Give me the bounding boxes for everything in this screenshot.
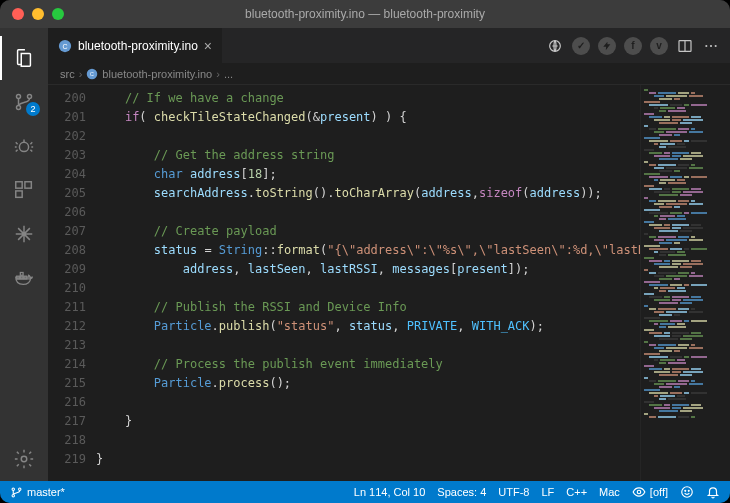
window-close-button[interactable] — [12, 8, 24, 20]
function-button[interactable]: f — [624, 37, 642, 55]
cpp-file-icon: C — [86, 68, 98, 80]
activity-particle[interactable] — [0, 212, 48, 256]
scm-badge: 2 — [26, 102, 40, 116]
editor-actions: ✓ f v — [546, 28, 730, 63]
status-notifications[interactable] — [706, 485, 720, 499]
variable-button[interactable]: v — [650, 37, 668, 55]
window-minimize-button[interactable] — [32, 8, 44, 20]
activity-debug[interactable] — [0, 124, 48, 168]
browse-icon[interactable] — [546, 37, 564, 55]
svg-point-18 — [710, 44, 712, 46]
svg-rect-5 — [25, 182, 31, 188]
files-icon — [13, 47, 35, 69]
activity-scm[interactable]: 2 — [0, 80, 48, 124]
extensions-icon — [13, 179, 35, 201]
svg-text:C: C — [62, 42, 67, 49]
gear-icon — [13, 448, 35, 470]
status-platform[interactable]: Mac — [599, 486, 620, 498]
status-feedback[interactable] — [680, 485, 694, 499]
svg-rect-4 — [16, 182, 22, 188]
branch-icon — [10, 486, 23, 499]
svg-rect-10 — [20, 273, 23, 276]
svg-point-3 — [19, 142, 28, 151]
split-editor-icon[interactable] — [676, 37, 694, 55]
status-eol[interactable]: LF — [541, 486, 554, 498]
status-encoding[interactable]: UTF-8 — [498, 486, 529, 498]
cpp-file-icon: C — [58, 39, 72, 53]
status-branch[interactable]: master* — [10, 486, 65, 499]
smiley-icon — [680, 485, 694, 499]
more-icon[interactable] — [702, 37, 720, 55]
svg-point-24 — [19, 488, 21, 490]
bug-icon — [13, 135, 35, 157]
eye-icon — [632, 485, 646, 499]
tab-close-icon[interactable]: × — [204, 38, 212, 54]
svg-point-27 — [685, 490, 686, 491]
svg-point-26 — [682, 487, 693, 498]
flash-button[interactable] — [598, 37, 616, 55]
svg-point-28 — [688, 490, 689, 491]
status-lang[interactable]: C++ — [566, 486, 587, 498]
svg-point-19 — [715, 44, 717, 46]
minimap[interactable] — [640, 85, 730, 481]
star-icon — [13, 223, 35, 245]
svg-point-25 — [637, 490, 641, 494]
breadcrumb-bar[interactable]: src › C bluetooth-proximity.ino › ... — [48, 63, 730, 85]
window-title: bluetooth-proximity.ino — bluetooth-prox… — [245, 7, 485, 21]
svg-point-17 — [705, 44, 707, 46]
titlebar: bluetooth-proximity.ino — bluetooth-prox… — [0, 0, 730, 28]
svg-text:C: C — [90, 71, 94, 77]
breadcrumb-file[interactable]: bluetooth-proximity.ino — [102, 68, 212, 80]
editor-tab[interactable]: C bluetooth-proximity.ino × — [48, 28, 223, 63]
verify-button[interactable]: ✓ — [572, 37, 590, 55]
breadcrumb-folder[interactable]: src — [60, 68, 75, 80]
svg-point-11 — [21, 456, 27, 462]
tab-filename: bluetooth-proximity.ino — [78, 39, 198, 53]
activity-bar: 2 — [0, 28, 48, 481]
status-bar: master* Ln 114, Col 10 Spaces: 4 UTF-8 L… — [0, 481, 730, 503]
activity-explorer[interactable] — [0, 36, 48, 80]
tab-bar: C bluetooth-proximity.ino × ✓ f v — [48, 28, 730, 63]
code-editor[interactable]: // If we have a change if( checkTileStat… — [96, 85, 640, 481]
activity-settings[interactable] — [0, 437, 48, 481]
docker-icon — [13, 267, 35, 289]
svg-point-23 — [12, 494, 14, 496]
svg-point-2 — [27, 94, 31, 98]
chevron-right-icon: › — [79, 68, 83, 80]
svg-point-1 — [16, 105, 20, 109]
status-spaces[interactable]: Spaces: 4 — [437, 486, 486, 498]
bell-icon — [706, 485, 720, 499]
activity-extensions[interactable] — [0, 168, 48, 212]
breadcrumb-symbol[interactable]: ... — [224, 68, 233, 80]
chevron-right-icon: › — [216, 68, 220, 80]
svg-point-22 — [12, 488, 14, 490]
svg-rect-6 — [16, 191, 22, 197]
status-lncol[interactable]: Ln 114, Col 10 — [354, 486, 426, 498]
svg-point-0 — [16, 94, 20, 98]
activity-docker[interactable] — [0, 256, 48, 300]
line-gutter: 200 201 202 203 204 205 206 207 208 209 … — [48, 85, 96, 481]
status-liveshare[interactable]: [off] — [632, 485, 668, 499]
window-zoom-button[interactable] — [52, 8, 64, 20]
